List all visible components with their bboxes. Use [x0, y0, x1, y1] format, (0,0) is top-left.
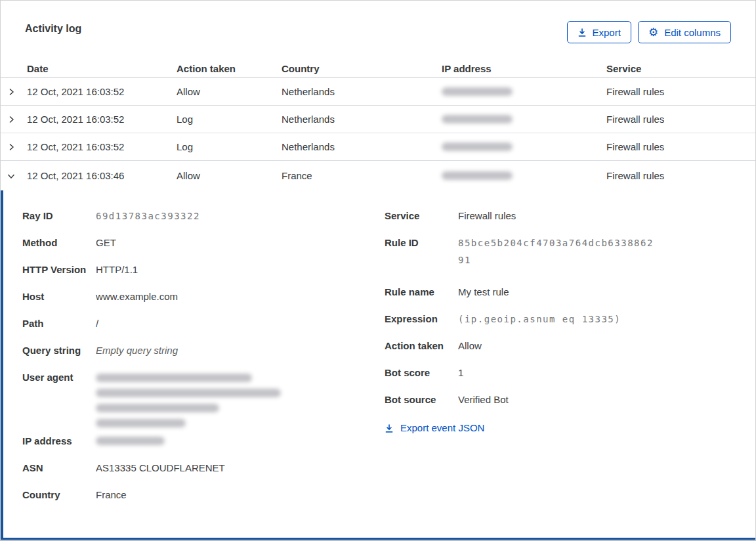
redacted-ip: [442, 142, 513, 151]
detail-row-method: Method GET: [22, 236, 385, 249]
table-header-row: Date Action taken Country IP address Ser…: [1, 60, 755, 78]
detail-value: Firewall rules: [458, 209, 516, 223]
detail-row-bot-source: Bot source Verified Bot: [385, 393, 755, 406]
detail-label: Expression: [385, 313, 458, 326]
table-row[interactable]: 12 Oct, 2021 16:03:52 Log Netherlands Fi…: [1, 106, 755, 133]
redacted-text-line: [96, 419, 186, 427]
detail-row-rule-name: Rule name My test rule: [385, 286, 755, 299]
expand-toggle[interactable]: [1, 171, 27, 181]
cell-service: Firewall rules: [606, 141, 755, 152]
detail-row-export-json: Export event JSON: [385, 422, 755, 435]
detail-row-service: Service Firewall rules: [385, 209, 755, 223]
detail-row-rule-id: Rule ID 85bce5b204cf4703a764dcb633886291: [385, 236, 755, 269]
column-header-action-taken: Action taken: [177, 63, 282, 74]
detail-value: (ip.geoip.asnum eq 13335): [458, 313, 621, 326]
detail-row-host: Host www.example.com: [22, 290, 385, 303]
cell-ip-address: [442, 87, 606, 96]
edit-columns-button-label: Edit columns: [664, 28, 721, 37]
detail-value: Allow: [458, 339, 482, 353]
detail-value: My test rule: [458, 286, 509, 299]
detail-row-action-taken: Action taken Allow: [385, 339, 755, 353]
event-detail-panel: Ray ID 69d13783ac393322 Method GET HTTP …: [1, 190, 755, 540]
cell-ip-address: [442, 142, 606, 151]
detail-label: Rule ID: [385, 236, 458, 269]
detail-value: 85bce5b204cf4703a764dcb633886291: [458, 234, 656, 269]
detail-label: Host: [22, 290, 96, 303]
column-header-date: Date: [27, 63, 177, 74]
detail-row-user-agent: User agent: [22, 371, 385, 435]
redacted-text-line: [96, 389, 281, 397]
download-icon: [385, 423, 394, 433]
detail-label: Bot score: [385, 366, 458, 379]
detail-value: GET: [96, 236, 116, 249]
table-row[interactable]: 12 Oct, 2021 16:03:52 Log Netherlands Fi…: [1, 133, 755, 161]
export-event-json-link[interactable]: Export event JSON: [385, 422, 484, 435]
detail-label: Service: [385, 209, 458, 223]
gear-icon: ⚙: [648, 27, 658, 38]
detail-row-ip-address: IP address: [22, 435, 385, 448]
detail-label: Query string: [22, 344, 96, 357]
cell-action-taken: Allow: [177, 86, 282, 97]
detail-label: Ray ID: [22, 209, 96, 223]
cell-ip-address: [442, 115, 606, 123]
detail-row-query-string: Query string Empty query string: [22, 344, 385, 357]
detail-label: Action taken: [385, 339, 458, 353]
detail-label: Country: [22, 488, 96, 502]
cell-country: France: [282, 170, 442, 181]
detail-value: 1: [458, 366, 463, 379]
detail-value: Empty query string: [96, 344, 178, 357]
export-button[interactable]: Export: [567, 21, 631, 43]
cell-date: 12 Oct, 2021 16:03:52: [27, 114, 177, 125]
detail-value: www.example.com: [96, 290, 178, 303]
cell-country: Netherlands: [282, 86, 442, 97]
header: Activity log Export ⚙ Edit columns: [1, 1, 755, 60]
detail-value: AS13335 CLOUDFLARENET: [96, 462, 225, 475]
detail-value: 69d13783ac393322: [96, 209, 200, 223]
redacted-text-line: [96, 404, 219, 412]
detail-right-column: Service Firewall rules Rule ID 85bce5b20…: [385, 209, 755, 448]
redacted-ip: [442, 87, 513, 96]
cell-country: Netherlands: [282, 141, 442, 152]
detail-row-http-version: HTTP Version HTTP/1.1: [22, 263, 385, 276]
chevron-right-icon: [6, 142, 16, 152]
cell-service: Firewall rules: [606, 170, 755, 181]
redacted-ip: [96, 437, 165, 445]
detail-row-path: Path /: [22, 317, 385, 330]
expand-toggle[interactable]: [1, 114, 27, 125]
cell-service: Firewall rules: [606, 86, 755, 97]
cell-action-taken: Log: [177, 114, 282, 125]
cell-ip-address: [442, 171, 606, 180]
detail-label: HTTP Version: [22, 263, 96, 276]
detail-label: User agent: [22, 371, 96, 435]
column-header-country: Country: [282, 63, 442, 74]
chevron-right-icon: [6, 114, 16, 125]
toolbar: Export ⚙ Edit columns: [567, 21, 731, 43]
table-row[interactable]: 12 Oct, 2021 16:03:52 Allow Netherlands …: [1, 78, 755, 106]
redacted-ip: [442, 115, 513, 123]
detail-row-bot-score: Bot score 1: [385, 366, 755, 379]
cell-action-taken: Allow: [177, 170, 282, 181]
detail-value: /: [96, 317, 98, 330]
detail-label: Method: [22, 236, 96, 249]
redacted-user-agent: [96, 374, 281, 427]
column-header-ip-address: IP address: [442, 63, 606, 74]
detail-left-column: Ray ID 69d13783ac393322 Method GET HTTP …: [22, 209, 385, 515]
cell-date: 12 Oct, 2021 16:03:52: [27, 86, 177, 97]
export-button-label: Export: [593, 28, 621, 37]
detail-label: Rule name: [385, 286, 458, 299]
download-icon: [578, 28, 587, 37]
expand-toggle[interactable]: [1, 142, 27, 152]
expand-toggle[interactable]: [1, 87, 27, 97]
detail-value: France: [96, 488, 127, 502]
cell-service: Firewall rules: [606, 114, 755, 125]
edit-columns-button[interactable]: ⚙ Edit columns: [638, 21, 731, 43]
detail-row-asn: ASN AS13335 CLOUDFLARENET: [22, 462, 385, 475]
detail-row-country: Country France: [22, 488, 385, 502]
cell-action-taken: Log: [177, 141, 282, 152]
redacted-ip: [442, 171, 513, 180]
page-title: Activity log: [25, 23, 81, 35]
cell-country: Netherlands: [282, 114, 442, 125]
activity-log-panel: Activity log Export ⚙ Edit columns Date …: [0, 0, 756, 541]
table-row-expanded[interactable]: 12 Oct, 2021 16:03:46 Allow France Firew…: [1, 161, 755, 190]
detail-label: ASN: [22, 462, 96, 475]
